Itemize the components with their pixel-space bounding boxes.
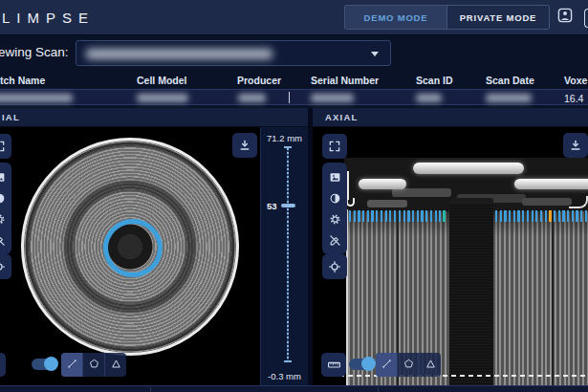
settings-gear-icon[interactable] (0, 213, 6, 226)
polygon-tool-button[interactable] (82, 353, 104, 377)
col-scan-id: Scan ID (416, 75, 453, 86)
next-panel-row-strip (0, 385, 588, 392)
axial-panel-title: AXIAL (325, 108, 359, 127)
col-batch-name: tch Name (0, 75, 45, 86)
top-bar: LIMPSE DEMO MODE PRIVATE MODE (0, 0, 588, 35)
tab-private-mode[interactable]: PRIVATE MODE (446, 6, 549, 29)
fullscreen-button[interactable] (322, 134, 347, 159)
slider-max-label: 71.2 mm (261, 133, 308, 143)
overhang-ticks-group2 (399, 210, 446, 222)
row-divider (289, 92, 290, 103)
crosshair-button[interactable] (322, 254, 347, 279)
axial-panel-header: AXIAL (313, 108, 588, 127)
cell-scan-date-redacted (486, 94, 532, 102)
chevron-down-icon (371, 52, 379, 56)
polygon-tool-icon (88, 357, 100, 374)
glimpse-app: LIMPSE DEMO MODE PRIVATE MODE ewing Scan… (0, 0, 588, 392)
ruler-button[interactable] (321, 353, 346, 377)
draw-tools-group (376, 353, 441, 377)
slice-slider-column: 71.2 mm 53 -0.3 mm (260, 127, 308, 385)
app-logo: LIMPSE (2, 10, 95, 26)
toggle-knob (361, 357, 376, 371)
annotations-off-icon[interactable] (329, 234, 341, 247)
settings-gear-icon[interactable] (329, 213, 341, 226)
ruler-icon (0, 358, 1, 372)
radial-panel-header: IAL (0, 108, 308, 127)
line-tool-icon (381, 357, 393, 374)
scan-name-redacted (86, 49, 272, 59)
download-icon (238, 139, 251, 152)
slider-top-cap (284, 146, 292, 148)
slider-value-label: 53 (267, 201, 277, 211)
col-scan-date: Scan Date (486, 75, 534, 86)
cell-scan-id-redacted (416, 94, 442, 102)
cell-cell-model-redacted (137, 94, 188, 102)
clipped-edge-icon[interactable] (584, 9, 588, 28)
contrast-icon[interactable] (329, 192, 341, 205)
overhang-ticks-group3 (495, 210, 548, 222)
measure-toggle[interactable] (32, 359, 56, 370)
contrast-icon[interactable] (0, 192, 6, 205)
download-button[interactable] (563, 133, 588, 158)
overhang-ticks-group1 (349, 210, 396, 222)
ruler-icon (327, 358, 341, 372)
tab-demo-mode[interactable]: DEMO MODE (345, 6, 446, 29)
crosshair-icon (328, 260, 341, 273)
triangle-tool-button[interactable] (104, 353, 126, 377)
cell-batch-name-redacted (0, 94, 73, 102)
overhang-tick-orange (549, 210, 552, 222)
measure-toggle[interactable] (349, 359, 374, 370)
radial-panel: IAL (0, 108, 308, 385)
line-tool-button[interactable] (376, 353, 397, 377)
col-serial-number: Serial Number (311, 75, 379, 86)
scan-table-header: tch Name Cell Model Producer Serial Numb… (0, 75, 588, 89)
polygon-tool-icon (403, 357, 415, 374)
polygon-tool-button[interactable] (397, 353, 419, 377)
fullscreen-icon (0, 140, 6, 153)
annotations-off-icon[interactable] (0, 234, 6, 247)
toggle-knob (44, 357, 58, 371)
tab-demo-mode-label: DEMO MODE (364, 12, 428, 23)
col-producer: Producer (237, 75, 281, 86)
image-levels-icon[interactable] (0, 171, 6, 184)
line-tool-button[interactable] (61, 353, 82, 377)
image-levels-icon[interactable] (329, 171, 341, 184)
line-tool-icon (66, 357, 78, 374)
axial-scan-image[interactable] (339, 156, 588, 385)
download-icon (569, 139, 582, 152)
account-button[interactable] (556, 9, 574, 26)
cell-serial-redacted (311, 94, 354, 102)
slider-bottom-cap (284, 360, 292, 362)
col-cell-model: Cell Model (137, 75, 187, 86)
center-hole-annotation (103, 219, 163, 277)
mode-switch: DEMO MODE PRIVATE MODE (344, 5, 550, 30)
crosshair-icon (0, 260, 6, 273)
download-button[interactable] (232, 133, 257, 158)
col-voxel-size: Voxe (564, 75, 587, 86)
fullscreen-icon (328, 140, 341, 153)
crosshair-button[interactable] (0, 254, 11, 279)
cell-producer-redacted (238, 94, 266, 102)
ruler-button[interactable] (0, 353, 6, 377)
can-crimp-right (569, 196, 588, 208)
view-tools-group (322, 163, 347, 254)
viewing-scan-label: ewing Scan: (0, 45, 69, 59)
radial-scan-image[interactable] (21, 138, 239, 356)
slice-slider-handle[interactable] (281, 204, 295, 207)
cell-voxel-size: 16.4 (564, 93, 583, 104)
view-tools-group (0, 163, 11, 254)
slice-slider-track[interactable] (287, 148, 289, 360)
viewer-panels: IAL (0, 108, 588, 385)
radial-panel-body: 71.2 mm 53 -0.3 mm (0, 127, 308, 385)
triangle-tool-icon (425, 357, 437, 374)
scan-select-dropdown[interactable] (76, 40, 391, 66)
draw-tools-group (61, 353, 126, 377)
account-icon (556, 7, 574, 28)
fullscreen-button[interactable] (0, 134, 11, 159)
overhang-tick-teal (443, 210, 446, 222)
tab-private-mode-label: PRIVATE MODE (460, 12, 537, 23)
overhang-ticks-group4 (554, 210, 588, 222)
triangle-tool-button[interactable] (419, 353, 441, 377)
center-pin-void (449, 204, 493, 385)
table-row[interactable]: 16.4 (0, 89, 588, 105)
